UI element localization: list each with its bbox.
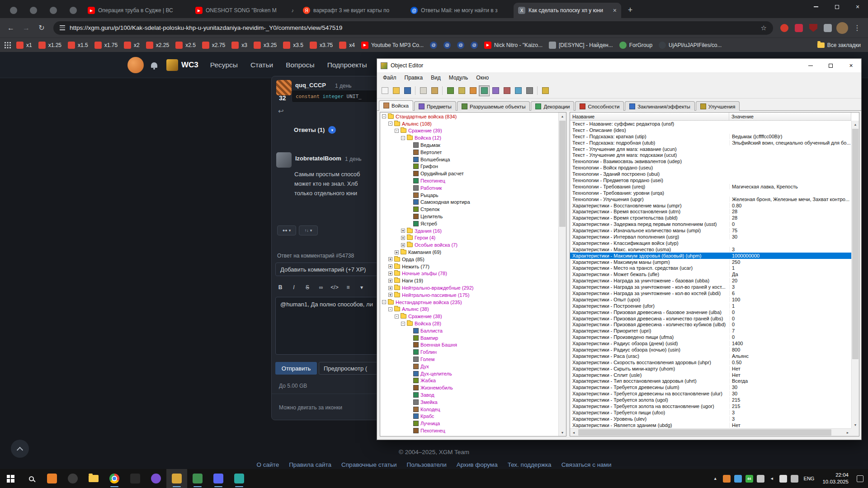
pinned-tab-3[interactable] (43, 3, 63, 18)
tree-item[interactable]: Пехотинец (381, 177, 558, 184)
tree-expand-icon[interactable]: + (401, 229, 405, 233)
property-row[interactable]: Характеристики - Макс. количество (usma)… (570, 246, 851, 253)
property-row[interactable]: Характеристики - Уровень (ulev)3 (570, 416, 851, 422)
paste-button[interactable] (429, 85, 440, 96)
bookmark-item[interactable]: @ (454, 40, 467, 50)
import-manager-button[interactable] (524, 85, 535, 96)
address-bar[interactable]: https://xgm.guru/p/100/Kak-sdelat-polosk… (53, 21, 773, 35)
footer-link[interactable]: Пользователи (407, 461, 447, 468)
object-editor-titlebar[interactable]: Object Editor × (377, 59, 861, 72)
tree-expand-icon[interactable]: + (401, 243, 405, 247)
property-row[interactable]: Текст - Подсказка: краткая (utip)Ведьмак… (570, 133, 851, 140)
tree-item[interactable]: Дух (381, 363, 558, 370)
reload-button[interactable]: ↻ (34, 21, 49, 35)
tree-item[interactable]: Орудийный расчет (381, 170, 558, 177)
reply-arrow-icon[interactable]: ↩ (278, 107, 284, 115)
property-row[interactable]: Характеристики - Скрыть мини-карту (uhom… (570, 366, 851, 372)
trigger-editor-button[interactable] (456, 85, 467, 96)
property-row[interactable]: Характеристики - Приоритет (upri)7 (570, 328, 851, 334)
language-indicator[interactable]: ENG (804, 476, 815, 481)
bookmark-star-icon[interactable]: ☆ (761, 24, 767, 32)
tree-item[interactable]: +Герои (4) (381, 235, 558, 242)
tree-expand-icon[interactable]: + (388, 286, 392, 290)
tree-item[interactable]: Волшебница (381, 156, 558, 163)
tree-item[interactable]: Баллиста (381, 327, 558, 334)
teal-app-icon[interactable] (229, 469, 250, 488)
pinned-tab-4[interactable] (63, 3, 83, 18)
editor-tab[interactable]: Улучшения (696, 101, 740, 111)
chrome-icon[interactable] (104, 469, 125, 488)
properties-hscrollbar[interactable]: ◄ ► (570, 428, 851, 436)
bookmark-item[interactable]: UjAPI/uJAPIFiles/co... (656, 40, 724, 50)
scroll-thumb[interactable] (852, 129, 859, 359)
tree-expand-icon[interactable]: + (388, 257, 392, 261)
ai-editor-button[interactable] (501, 85, 512, 96)
bookmark-item[interactable]: x2 (121, 40, 142, 50)
tree-item[interactable]: Стрелок (381, 206, 558, 213)
browser-tab[interactable]: ▶Операция труба в Судже | ВС (83, 3, 191, 18)
comment-author[interactable]: IzobretatelBoom (295, 155, 341, 162)
test-map-button[interactable] (540, 85, 551, 96)
footer-link[interactable]: Связаться с нами (561, 461, 612, 468)
tree-item[interactable]: Жабка (381, 377, 558, 384)
bookmark-item[interactable]: @ (427, 40, 440, 50)
apps-grid-icon[interactable] (5, 42, 11, 48)
tree-expand-icon[interactable]: - (395, 314, 399, 319)
format-button-7[interactable]: ▾ (356, 282, 368, 292)
nav-link[interactable]: Ресурсы (210, 61, 238, 69)
object-manager-button[interactable] (513, 85, 524, 96)
campaign-editor-button[interactable] (490, 85, 501, 96)
footer-link[interactable]: О сайте (257, 461, 279, 468)
scroll-thumb[interactable] (578, 429, 831, 436)
tree-item[interactable]: +Нейтрально-враждебные (292) (381, 284, 558, 291)
footer-link[interactable]: Архив форума (457, 461, 498, 468)
browser-minimize-button[interactable] (806, 0, 826, 14)
property-row[interactable]: Текст - Название: суффикс редактора (uns… (570, 121, 851, 127)
tray-expand-icon[interactable]: ▲ (712, 475, 719, 483)
round-app-icon[interactable] (62, 469, 83, 488)
tree-expand-icon[interactable]: + (388, 293, 392, 297)
menu-item[interactable]: Вид (427, 73, 445, 82)
property-row[interactable]: Характеристики - Награда за уничтожение … (570, 290, 851, 296)
editor-tab[interactable]: Декорации (531, 101, 574, 111)
tree-item[interactable]: Вампир (381, 334, 558, 342)
bookmark-item[interactable]: x2.75 (199, 40, 228, 50)
browser-menu-icon[interactable]: ⋮ (850, 21, 864, 35)
tree-item[interactable]: Вертолет (381, 149, 558, 156)
wc3-logo[interactable] (166, 59, 178, 71)
property-row[interactable]: Характеристики - Скорость восстановления… (570, 359, 851, 366)
format-button-6[interactable]: ≡ (342, 282, 354, 292)
property-row[interactable]: Характеристики - Восстановление маны (um… (570, 202, 851, 209)
editor-tab[interactable]: Предметы (414, 101, 456, 111)
scroll-left-icon[interactable]: ◄ (570, 429, 577, 436)
bookmark-item[interactable]: x4 (336, 40, 358, 50)
property-row[interactable]: Характеристики - Раса (urac)Альянс (570, 353, 851, 359)
tree-item[interactable]: Целитель (381, 213, 558, 220)
tree-item[interactable]: +Нейтрально-пассивные (175) (381, 291, 558, 299)
tree-item[interactable]: Голем (381, 356, 558, 363)
bookmark-item[interactable]: x1.25 (36, 40, 64, 50)
sound-editor-button[interactable] (467, 85, 478, 96)
extension-ublock-icon[interactable] (807, 21, 820, 35)
comment-author[interactable]: quq_CCCP (295, 82, 326, 89)
browser-tab[interactable]: ▶ONESHOT SONG "Broken М♪ (191, 3, 298, 18)
property-row[interactable]: Технологии - Требования: уровни (urqa) (570, 190, 851, 196)
scroll-thumb[interactable] (559, 121, 566, 227)
action-center-icon[interactable] (857, 475, 863, 482)
tree-item[interactable]: -Сражение (39) (381, 127, 558, 135)
explorer-icon[interactable] (83, 469, 104, 488)
tree-item[interactable]: Лучница (381, 420, 558, 427)
tree-item[interactable]: Дух-целитель (381, 370, 558, 377)
bookmark-item[interactable]: @ (441, 40, 453, 50)
menu-item[interactable]: Файл (379, 73, 401, 82)
extension-adblock-icon[interactable] (778, 21, 791, 35)
bookmark-item[interactable]: x1.5 (65, 40, 91, 50)
bookmark-item[interactable]: x3.25 (251, 40, 279, 50)
forward-button[interactable]: → (19, 21, 33, 35)
tree-item[interactable]: +Ночные эльфы (78) (381, 270, 558, 277)
bookmark-item[interactable]: x1.75 (92, 40, 120, 50)
property-row[interactable]: Характеристики - Призовая древесина - ко… (570, 315, 851, 322)
tree-item[interactable]: Жизнемобиль (381, 384, 558, 391)
properties-scrollbar[interactable]: ▲ ▼ (851, 121, 859, 428)
footer-link[interactable]: Тех. поддержка (508, 461, 552, 468)
